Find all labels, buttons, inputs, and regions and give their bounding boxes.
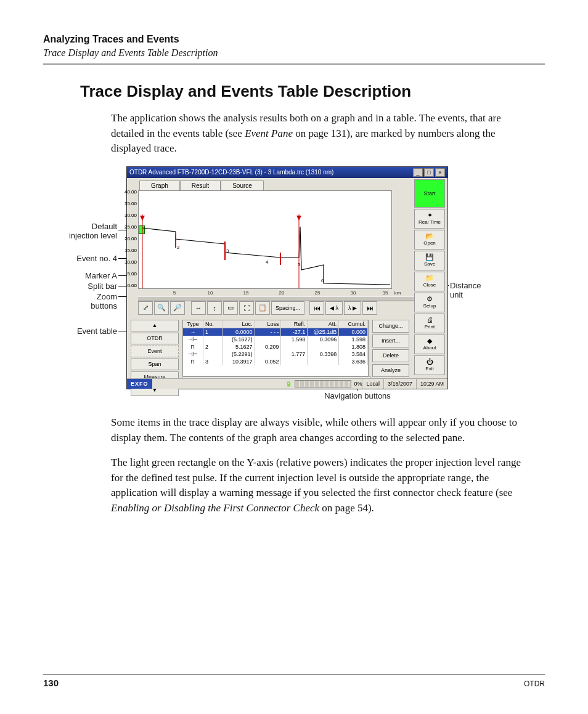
tab-bar: Graph Result Source [127, 178, 447, 190]
table-row[interactable]: ⊣⊢(5.1627)1.5980.30961.598 [183, 336, 368, 343]
header-rule [43, 63, 545, 65]
open-button[interactable]: 📂Open [414, 230, 445, 249]
col-cumul[interactable]: Cumul. [339, 320, 368, 328]
pane-up-button[interactable]: ▲ [131, 320, 179, 331]
side-toolbar: Start ✦Real Time 📂Open 💾Save 📁Close ⚙Set… [414, 179, 445, 376]
table-row[interactable]: ⊓310.39170.0523.636 [183, 358, 368, 365]
app-title: OTDR Advanced FTB-7200D-12CD-23B-VFL (3)… [129, 169, 333, 176]
printer-icon: 🖨 [427, 317, 433, 323]
tab-source[interactable]: Source [221, 181, 264, 190]
insert-button[interactable]: Insert... [372, 335, 409, 347]
brand-logo: EXFO [127, 379, 152, 389]
pane-event-button[interactable]: Event [131, 346, 179, 357]
callout-injection: Defaultinjection level [43, 222, 117, 240]
floppy-icon: 💾 [425, 254, 434, 261]
callout-marker-a: Marker A [43, 271, 117, 280]
callout-nav-buttons: Navigation buttons [296, 391, 419, 400]
minimize-button[interactable]: _ [413, 168, 423, 177]
col-loc[interactable]: Loc. [223, 320, 255, 328]
tab-graph[interactable]: Graph [139, 181, 180, 190]
callout-splitbar: Split bar [43, 282, 117, 291]
doc-code: OTDR [524, 680, 545, 688]
zoom-in-icon[interactable]: 🔍 [154, 301, 169, 315]
start-button[interactable]: Start [414, 179, 445, 208]
print-button[interactable]: 🖨Print [414, 314, 445, 333]
svg-text:5: 5 [298, 262, 301, 267]
event-table: Type No. Loc. Loss Refl. Att. Cumul. →10… [182, 320, 369, 376]
zoom-region-icon[interactable]: ▭ [223, 301, 238, 315]
setup-button[interactable]: ⚙Setup [414, 293, 445, 312]
status-local: Local [362, 379, 383, 389]
zoom-fit-icon[interactable]: ⤢ [138, 301, 153, 315]
paragraph-1: The application shows the analysis resul… [111, 111, 530, 156]
app-window: OTDR Advanced FTB-7200D-12CD-23B-VFL (3)… [126, 166, 448, 389]
zoom-h-icon[interactable]: ↔ [191, 301, 206, 315]
maximize-button[interactable]: □ [424, 168, 434, 177]
pane-span-button[interactable]: Span [131, 359, 179, 370]
col-type[interactable]: Type [183, 320, 203, 328]
nav-last-icon[interactable]: ⏭ [362, 301, 377, 315]
lambda-next-button[interactable]: λ ▶ [344, 301, 361, 315]
page-number: 130 [43, 678, 59, 688]
chapter-title: Analyzing Traces and Events [43, 34, 545, 45]
callout-distance-unit: Distanceunit [450, 281, 481, 299]
split-bar[interactable] [138, 296, 436, 301]
battery-icon: 🔋 [285, 381, 292, 387]
spacing-button[interactable]: Spacing... [271, 301, 304, 315]
gear-icon: ⚙ [427, 296, 433, 302]
svg-text:4: 4 [266, 259, 269, 265]
progress-bar [295, 380, 351, 387]
lambda-prev-button[interactable]: ◀ λ [325, 301, 343, 315]
about-button[interactable]: ◆About [414, 335, 445, 354]
trace-graph: 2 3 4 5 6 5 10 15 20 25 30 35 km [138, 190, 392, 289]
delete-button[interactable]: Delete [372, 349, 409, 362]
table-row[interactable]: ⊓25.16270.2091.808 [183, 343, 368, 351]
close-button[interactable]: × [435, 168, 445, 177]
col-att[interactable]: Att. [308, 320, 339, 328]
zoom-toolbar: ⤢ 🔍 🔎 ↔ ↕ ▭ ⛶ 📋 Spacing... ⏮ ◀ λ λ ▶ ⏭ [138, 301, 436, 315]
close-file-button[interactable]: 📁Close [414, 272, 445, 291]
zoom-v-icon[interactable]: ↕ [207, 301, 222, 315]
svg-text:6: 6 [321, 278, 324, 283]
col-refl[interactable]: Refl. [281, 320, 308, 328]
exit-button[interactable]: ⏻Exit [414, 355, 445, 375]
zoom-full-icon[interactable]: ⛶ [239, 301, 254, 315]
pane-otdr-button[interactable]: OTDR [131, 333, 179, 344]
svg-marker-3 [296, 216, 301, 221]
chapter-subtitle: Trace Display and Events Table Descripti… [43, 47, 545, 59]
progress-pct: 0% [354, 381, 362, 387]
status-time: 10:29 AM [416, 379, 447, 389]
zoom-paste-icon[interactable]: 📋 [255, 301, 270, 315]
callout-event4: Event no. 4 [43, 254, 117, 263]
target-icon: ✦ [427, 212, 433, 219]
analyze-button[interactable]: Analyze [372, 364, 409, 377]
page-footer: 130 OTDR [43, 674, 545, 688]
x-unit: km [394, 290, 401, 296]
save-button[interactable]: 💾Save [414, 251, 445, 270]
folder-icon: 📁 [425, 275, 434, 282]
svg-text:2: 2 [177, 245, 180, 250]
realtime-button[interactable]: ✦Real Time [414, 209, 445, 229]
section-title: Trace Display and Events Table Descripti… [80, 82, 545, 101]
tab-result[interactable]: Result [180, 181, 221, 190]
folder-open-icon: 📂 [425, 233, 434, 240]
callout-event-table: Event table [43, 327, 117, 336]
svg-text:3: 3 [226, 248, 229, 254]
power-icon: ⏻ [427, 359, 433, 365]
titlebar: OTDR Advanced FTB-7200D-12CD-23B-VFL (3)… [127, 167, 447, 178]
callout-zoom: Zoombuttons [43, 292, 117, 310]
paragraph-2: Some items in the trace display are alwa… [111, 415, 530, 445]
col-loss[interactable]: Loss [255, 320, 282, 328]
table-row[interactable]: ⊣⊢(5.2291)1.7770.33983.584 [183, 351, 368, 358]
event-action-col: Change... Insert... Delete Analyze [372, 320, 409, 379]
diamond-icon: ◆ [427, 338, 432, 344]
nav-first-icon[interactable]: ⏮ [309, 301, 324, 315]
svg-marker-1 [140, 216, 145, 221]
col-no[interactable]: No. [203, 320, 223, 328]
change-button[interactable]: Change... [372, 320, 409, 333]
status-bar: EXFO 🔋 0% Local 3/16/2007 10:29 AM [127, 378, 447, 389]
table-row[interactable]: →10.0000- - --27.1@25.1dB0.000 [183, 328, 368, 336]
status-date: 3/16/2007 [383, 379, 416, 389]
zoom-out-icon[interactable]: 🔎 [170, 301, 185, 315]
paragraph-3: The light green rectangle on the Y-axis … [111, 455, 530, 516]
